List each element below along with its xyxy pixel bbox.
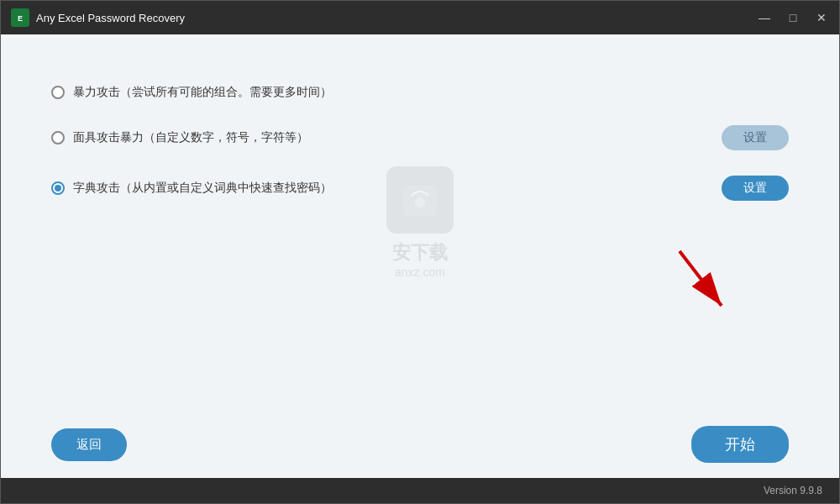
radio-circle-brute-force [51,86,65,99]
back-button[interactable]: 返回 [51,428,127,461]
radio-label-mask: 面具攻击暴力（自定义数字，符号，字符等） [73,130,308,145]
main-content: 安下载 anxz.com 暴力攻击（尝试所有可能的组合。需要更多时间） 面具攻击… [1,34,839,411]
radio-circle-mask [51,131,65,144]
option-row-dictionary: 字典攻击（从内置或自定义词典中快速查找密码） 设置 [51,176,789,201]
app-icon: E [11,8,29,27]
minimize-button[interactable]: — [757,10,772,25]
radio-circle-dictionary [51,181,65,195]
arrow-indicator [667,243,743,327]
radio-option-mask[interactable]: 面具攻击暴力（自定义数字，符号，字符等） [51,130,722,145]
app-window: E Any Excel Password Recovery — □ ✕ 安下载 … [0,0,840,504]
bottom-bar: 返回 开始 [1,411,839,478]
options-section: 暴力攻击（尝试所有可能的组合。需要更多时间） 面具攻击暴力（自定义数字，符号，字… [51,68,789,411]
radio-label-dictionary: 字典攻击（从内置或自定义词典中快速查找密码） [73,181,332,196]
svg-line-5 [680,251,722,306]
footer: Version 9.9.8 [1,478,839,503]
restore-button[interactable]: □ [785,10,801,25]
window-controls: — □ ✕ [757,10,829,25]
option-row-mask: 面具攻击暴力（自定义数字，符号，字符等） 设置 [51,125,789,150]
radio-label-brute-force: 暴力攻击（尝试所有可能的组合。需要更多时间） [73,85,332,100]
version-label: Version 9.9.8 [764,485,822,496]
radio-option-brute-force[interactable]: 暴力攻击（尝试所有可能的组合。需要更多时间） [51,85,789,100]
svg-text:E: E [18,14,23,23]
titlebar: E Any Excel Password Recovery — □ ✕ [1,1,839,34]
start-button[interactable]: 开始 [691,426,789,463]
radio-option-dictionary[interactable]: 字典攻击（从内置或自定义词典中快速查找密码） [51,181,722,196]
close-button[interactable]: ✕ [814,10,829,25]
settings-button-dictionary[interactable]: 设置 [722,176,789,201]
option-row-brute-force: 暴力攻击（尝试所有可能的组合。需要更多时间） [51,85,789,100]
settings-button-mask[interactable]: 设置 [722,125,789,150]
app-title: Any Excel Password Recovery [36,12,757,24]
